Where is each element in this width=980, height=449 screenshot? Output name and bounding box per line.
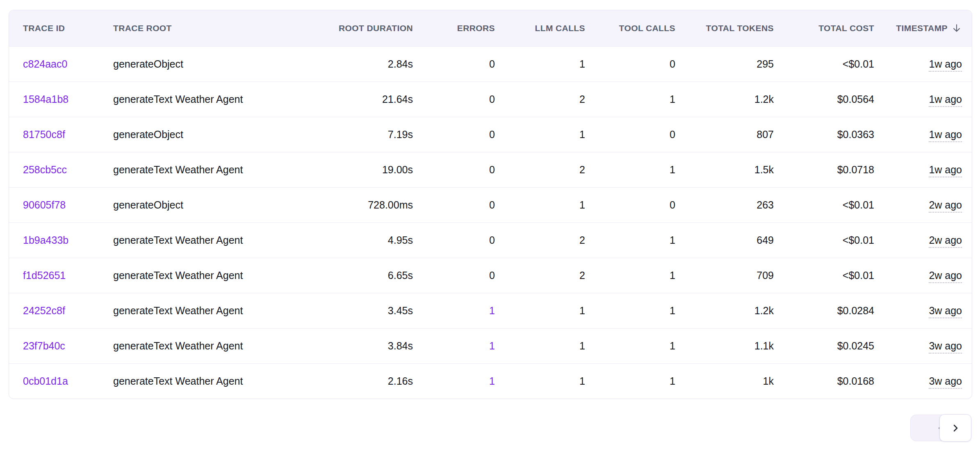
cell-llm_calls: 1 xyxy=(496,328,586,363)
cell-timestamp: 3w ago xyxy=(875,363,972,399)
table-row[interactable]: c824aac0generateObject2.84s010295<$0.011… xyxy=(9,46,972,82)
column-label: ROOT DURATION xyxy=(339,23,413,33)
cell-trace_id: 258cb5cc xyxy=(9,152,100,187)
cell-root_duration: 3.84s xyxy=(272,328,414,363)
column-header-total_tokens[interactable]: TOTAL TOKENS xyxy=(676,10,775,46)
cell-root_duration: 4.95s xyxy=(272,222,414,258)
column-header-root_duration[interactable]: ROOT DURATION xyxy=(272,10,414,46)
table-row[interactable]: 258cb5ccgenerateText Weather Agent19.00s… xyxy=(9,152,972,187)
cell-total_tokens: 1.5k xyxy=(676,152,775,187)
column-header-tool_calls[interactable]: TOOL CALLS xyxy=(586,10,676,46)
errors-value: 0 xyxy=(489,93,495,105)
column-header-timestamp[interactable]: TIMESTAMP xyxy=(875,10,972,46)
cell-total_cost: <$0.01 xyxy=(775,258,875,293)
cell-llm_calls: 2 xyxy=(496,258,586,293)
column-header-total_cost[interactable]: TOTAL COST xyxy=(775,10,875,46)
trace_root-value: generateObject xyxy=(113,58,183,70)
cell-trace_root: generateText Weather Agent xyxy=(100,152,272,187)
cell-llm_calls: 2 xyxy=(496,152,586,187)
cell-tool_calls: 1 xyxy=(586,82,676,117)
cell-total_tokens: 1.2k xyxy=(676,293,775,328)
llm_calls-value: 1 xyxy=(579,129,585,140)
trace-id-link[interactable]: 81750c8f xyxy=(23,129,65,140)
trace_root-value: generateText Weather Agent xyxy=(113,305,243,316)
cell-errors: 0 xyxy=(414,222,496,258)
column-header-trace_root[interactable]: TRACE ROOT xyxy=(100,10,272,46)
tool_calls-value: 1 xyxy=(670,340,675,351)
root_duration-value: 3.84s xyxy=(388,340,413,351)
cell-llm_calls: 1 xyxy=(496,117,586,152)
trace_root-value: generateText Weather Agent xyxy=(113,234,243,246)
table-row[interactable]: 81750c8fgenerateObject7.19s010807$0.0363… xyxy=(9,117,972,152)
cell-llm_calls: 1 xyxy=(496,363,586,399)
cell-total_cost: $0.0168 xyxy=(775,363,875,399)
cell-errors: 0 xyxy=(414,117,496,152)
cell-trace_root: generateText Weather Agent xyxy=(100,293,272,328)
trace-id-link[interactable]: 1584a1b8 xyxy=(23,93,68,105)
tool_calls-value: 1 xyxy=(670,164,675,175)
total_tokens-value: 1k xyxy=(763,375,774,387)
cell-trace_root: generateText Weather Agent xyxy=(100,328,272,363)
trace_root-value: generateObject xyxy=(113,129,183,140)
column-header-llm_calls[interactable]: LLM CALLS xyxy=(496,10,586,46)
cell-errors: 1 xyxy=(414,328,496,363)
table-row[interactable]: 0cb01d1agenerateText Weather Agent2.16s1… xyxy=(9,363,972,399)
table-row[interactable]: 1b9a433bgenerateText Weather Agent4.95s0… xyxy=(9,222,972,258)
cell-timestamp: 2w ago xyxy=(875,187,972,222)
trace-id-link[interactable]: 0cb01d1a xyxy=(23,375,68,387)
cell-total_tokens: 1.2k xyxy=(676,82,775,117)
table-row[interactable]: 24252c8fgenerateText Weather Agent3.45s1… xyxy=(9,293,972,328)
next-page-button[interactable] xyxy=(939,414,971,442)
llm_calls-value: 1 xyxy=(579,375,585,387)
cell-total_tokens: 263 xyxy=(676,187,775,222)
trace-id-link[interactable]: 258cb5cc xyxy=(23,164,67,175)
column-label: TRACE ROOT xyxy=(113,23,172,33)
cell-trace_id: 1b9a433b xyxy=(9,222,100,258)
cell-trace_root: generateText Weather Agent xyxy=(100,363,272,399)
table-row[interactable]: f1d52651generateText Weather Agent6.65s0… xyxy=(9,258,972,293)
trace-id-link[interactable]: 23f7b40c xyxy=(23,340,65,351)
trace-id-link[interactable]: 1b9a433b xyxy=(23,234,68,246)
trace_root-value: generateText Weather Agent xyxy=(113,164,243,175)
root_duration-value: 2.16s xyxy=(388,375,413,387)
trace-id-link[interactable]: 90605f78 xyxy=(23,199,66,211)
arrow-down-icon xyxy=(951,23,962,34)
cell-errors: 0 xyxy=(414,258,496,293)
cell-tool_calls: 0 xyxy=(586,117,676,152)
cell-total_tokens: 649 xyxy=(676,222,775,258)
llm_calls-value: 2 xyxy=(579,270,585,281)
trace-id-link[interactable]: 24252c8f xyxy=(23,305,65,316)
cell-trace_root: generateObject xyxy=(100,46,272,82)
total_tokens-value: 263 xyxy=(757,199,774,211)
root_duration-value: 728.00ms xyxy=(368,199,413,211)
cell-trace_id: f1d52651 xyxy=(9,258,100,293)
llm_calls-value: 2 xyxy=(579,164,585,175)
trace_root-value: generateText Weather Agent xyxy=(113,93,243,105)
cell-timestamp: 2w ago xyxy=(875,222,972,258)
cell-total_tokens: 295 xyxy=(676,46,775,82)
table-row[interactable]: 1584a1b8generateText Weather Agent21.64s… xyxy=(9,82,972,117)
cell-tool_calls: 1 xyxy=(586,258,676,293)
total_cost-value: $0.0564 xyxy=(837,93,874,105)
total_tokens-value: 1.2k xyxy=(754,305,774,316)
cell-trace_id: c824aac0 xyxy=(9,46,100,82)
column-label: TIMESTAMP xyxy=(896,23,948,33)
trace-id-link[interactable]: f1d52651 xyxy=(23,270,66,281)
table-row[interactable]: 23f7b40cgenerateText Weather Agent3.84s1… xyxy=(9,328,972,363)
timestamp-value: 2w ago xyxy=(929,234,962,248)
trace-id-link[interactable]: c824aac0 xyxy=(23,58,67,70)
column-header-trace_id[interactable]: TRACE ID xyxy=(9,10,100,46)
trace_root-value: generateText Weather Agent xyxy=(113,270,243,281)
cell-root_duration: 7.19s xyxy=(272,117,414,152)
total_tokens-value: 709 xyxy=(757,270,774,281)
cell-timestamp: 1w ago xyxy=(875,46,972,82)
errors-value: 1 xyxy=(489,375,495,387)
total_tokens-value: 1.1k xyxy=(754,340,774,351)
cell-tool_calls: 1 xyxy=(586,293,676,328)
cell-tool_calls: 1 xyxy=(586,328,676,363)
root_duration-value: 4.95s xyxy=(388,234,413,246)
column-header-errors[interactable]: ERRORS xyxy=(414,10,496,46)
timestamp-value: 1w ago xyxy=(929,129,962,142)
root_duration-value: 19.00s xyxy=(382,164,413,175)
table-row[interactable]: 90605f78generateObject728.00ms010263<$0.… xyxy=(9,187,972,222)
